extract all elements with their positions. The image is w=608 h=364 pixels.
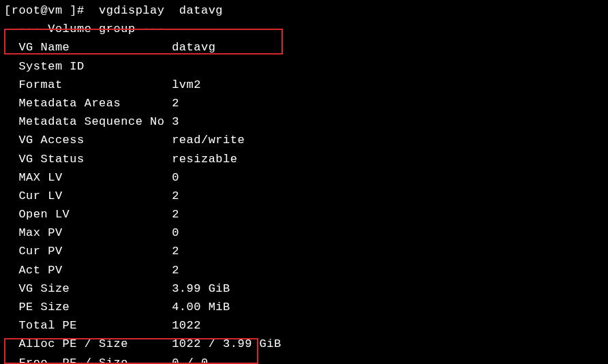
row-label: Alloc PE / Size (4, 337, 172, 350)
row-label: System ID (4, 60, 172, 73)
row-label: Total PE (4, 319, 172, 332)
row-label: VG Status (4, 153, 172, 166)
row-value: 0 (172, 226, 179, 239)
output-row: VG Size 3.99 GiB (4, 279, 604, 298)
row-label: Metadata Sequence No (4, 115, 172, 128)
output-row: PE Size 4.00 MiB (4, 298, 604, 316)
output-row: VG Status resizable (4, 150, 604, 168)
prompt-line: [root@vm ]# vgdisplay datavg (4, 1, 604, 20)
row-value: lvm2 (172, 78, 201, 91)
output-row: Free PE / Size 0 / 0 (4, 354, 604, 364)
output-row: Cur LV 2 (4, 187, 604, 205)
output-row: Metadata Sequence No 3 (4, 112, 604, 131)
row-value: 1022 (172, 319, 201, 332)
row-label: MAX LV (4, 171, 172, 184)
command-text: vgdisplay datavg (91, 4, 223, 17)
row-value: 2 (172, 264, 179, 277)
output-row: System ID (4, 57, 604, 76)
row-label: VG Access (4, 134, 172, 147)
row-value: 2 (172, 245, 179, 258)
row-label: VG Size (4, 282, 172, 295)
row-label: VG Name (4, 41, 172, 54)
output-rows: VG Name datavg System ID Format lvm2 Met… (4, 38, 604, 364)
row-label: Format (4, 78, 172, 91)
output-row: Open LV 2 (4, 205, 604, 224)
terminal-window: [root@vm ]# vgdisplay datavg --- Volume … (0, 0, 608, 364)
row-label: Metadata Areas (4, 97, 172, 110)
row-value: 3 (172, 115, 179, 128)
row-value: 4.00 MiB (172, 301, 230, 314)
row-value: resizable (172, 153, 237, 166)
row-value: 0 (172, 171, 179, 184)
row-value: 2 (172, 189, 179, 202)
output-row: Alloc PE / Size 1022 / 3.99 GiB (4, 335, 604, 353)
row-label: Act PV (4, 264, 172, 277)
row-value: 0 / 0 (172, 357, 209, 364)
row-label: PE Size (4, 301, 172, 314)
output-row: MAX LV 0 (4, 168, 604, 187)
row-value: read/write (172, 134, 245, 147)
output-row: Metadata Areas 2 (4, 94, 604, 112)
output-row: Total PE 1022 (4, 316, 604, 335)
prompt-user-host: [root@vm ]# (4, 4, 91, 17)
row-value: datavg (172, 41, 215, 54)
output-row: Max PV 0 (4, 224, 604, 242)
output-row: VG Access read/write (4, 131, 604, 149)
row-label: Open LV (4, 208, 172, 221)
row-value: 3.99 GiB (172, 282, 230, 295)
output-row: Format lvm2 (4, 76, 604, 94)
vg-header-line: --- Volume group --- (4, 20, 604, 38)
output-row: VG Name datavg (4, 38, 604, 57)
row-label: Cur PV (4, 245, 172, 258)
row-label: Max PV (4, 226, 172, 239)
row-value: 2 (172, 97, 179, 110)
row-label: Free PE / Size (4, 357, 172, 364)
output-row: Cur PV 2 (4, 242, 604, 260)
row-value: 2 (172, 208, 179, 221)
row-value: 1022 / 3.99 GiB (172, 337, 282, 350)
row-label: Cur LV (4, 189, 172, 202)
output-row: Act PV 2 (4, 261, 604, 279)
